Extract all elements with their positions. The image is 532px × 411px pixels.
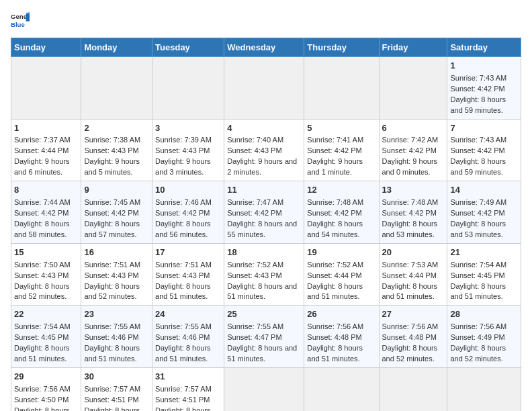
day-number: 15 [14, 246, 78, 259]
col-header-monday: Monday [81, 38, 152, 57]
calendar-cell: 11Sunrise: 7:47 AMSunset: 4:42 PMDayligh… [224, 181, 304, 244]
cell-info: Sunrise: 7:54 AM [14, 322, 78, 332]
cell-info: Sunrise: 7:45 AM [84, 197, 149, 208]
cell-info: Sunrise: 7:41 AM [307, 135, 375, 146]
day-number: 25 [227, 308, 301, 321]
cell-info: Sunset: 4:42 PM [307, 208, 375, 219]
day-number: 5 [307, 122, 375, 135]
day-number: 27 [382, 308, 445, 321]
calendar-cell: 27Sunrise: 7:56 AMSunset: 4:48 PMDayligh… [379, 306, 447, 368]
cell-info: Sunset: 4:43 PM [227, 146, 301, 156]
cell-info: Sunrise: 7:52 AM [307, 260, 375, 271]
cell-info: Sunset: 4:48 PM [382, 332, 445, 343]
calendar-cell [11, 57, 81, 120]
day-number: 22 [14, 308, 78, 321]
calendar-cell: 5Sunrise: 7:41 AMSunset: 4:42 PMDaylight… [304, 119, 379, 181]
calendar-cell: 19Sunrise: 7:52 AMSunset: 4:44 PMDayligh… [304, 243, 379, 306]
calendar-cell [379, 57, 447, 120]
cell-info: Sunrise: 7:43 AM [450, 135, 518, 146]
cell-info: Daylight: 9 hours and 0 minutes. [382, 156, 445, 178]
day-number: 18 [227, 246, 301, 259]
cell-info: Sunset: 4:45 PM [14, 332, 78, 343]
cell-info: Sunrise: 7:38 AM [84, 135, 149, 146]
cell-info: Sunset: 4:43 PM [227, 271, 301, 281]
cell-info: Sunrise: 7:39 AM [155, 135, 221, 146]
calendar-week-row: 22Sunrise: 7:54 AMSunset: 4:45 PMDayligh… [11, 306, 521, 368]
cell-info: Daylight: 8 hours and 51 minutes. [307, 281, 375, 303]
cell-info: Sunset: 4:44 PM [307, 271, 375, 281]
day-number: 9 [84, 184, 149, 197]
calendar-cell: 14Sunrise: 7:49 AMSunset: 4:42 PMDayligh… [447, 181, 521, 244]
calendar-cell: 13Sunrise: 7:48 AMSunset: 4:42 PMDayligh… [379, 181, 447, 244]
cell-info: Sunset: 4:43 PM [14, 271, 78, 281]
cell-info: Daylight: 8 hours and 54 minutes. [155, 406, 221, 411]
calendar-cell: 26Sunrise: 7:56 AMSunset: 4:48 PMDayligh… [304, 306, 379, 368]
calendar-cell [224, 367, 304, 411]
cell-info: Daylight: 8 hours and 52 minutes. [382, 343, 445, 365]
cell-info: Daylight: 8 hours and 54 minutes. [84, 406, 149, 411]
cell-info: Daylight: 8 hours and 59 minutes. [450, 95, 518, 116]
day-number: 2 [84, 122, 149, 135]
day-number: 6 [382, 122, 445, 135]
cell-info: Daylight: 8 hours and 52 minutes. [14, 281, 78, 303]
cell-info: Daylight: 8 hours and 51 minutes. [84, 343, 149, 365]
cell-info: Sunset: 4:49 PM [450, 332, 518, 343]
day-number: 21 [450, 246, 518, 259]
cell-info: Daylight: 8 hours and 53 minutes. [382, 219, 445, 240]
day-number: 11 [227, 184, 301, 197]
calendar-cell [81, 57, 152, 120]
calendar-cell [379, 367, 447, 411]
cell-info: Daylight: 9 hours and 6 minutes. [14, 156, 78, 178]
cell-info: Sunset: 4:43 PM [155, 146, 221, 156]
cell-info: Sunset: 4:42 PM [155, 208, 221, 219]
cell-info: Sunrise: 7:52 AM [227, 260, 301, 271]
cell-info: Sunrise: 7:48 AM [382, 197, 445, 208]
calendar-cell: 18Sunrise: 7:52 AMSunset: 4:43 PMDayligh… [224, 243, 304, 306]
cell-info: Sunset: 4:47 PM [227, 332, 301, 343]
cell-info: Sunset: 4:43 PM [84, 146, 149, 156]
cell-info: Daylight: 8 hours and 55 minutes. [227, 219, 301, 240]
calendar-cell [447, 367, 521, 411]
cell-info: Daylight: 9 hours and 2 minutes. [227, 156, 301, 178]
calendar-week-row: 29Sunrise: 7:56 AMSunset: 4:50 PMDayligh… [11, 367, 521, 411]
col-header-sunday: Sunday [11, 38, 81, 57]
calendar-week-row: 8Sunrise: 7:44 AMSunset: 4:42 PMDaylight… [11, 181, 521, 244]
cell-info: Sunrise: 7:43 AM [450, 73, 518, 84]
cell-info: Daylight: 8 hours and 53 minutes. [450, 219, 518, 240]
cell-info: Daylight: 8 hours and 52 minutes. [450, 343, 518, 365]
day-number: 1 [450, 60, 518, 73]
cell-info: Sunset: 4:43 PM [84, 271, 149, 281]
day-number: 17 [155, 246, 221, 259]
day-number: 24 [155, 308, 221, 321]
calendar-table: SundayMondayTuesdayWednesdayThursdayFrid… [11, 38, 521, 411]
cell-info: Daylight: 9 hours and 1 minute. [307, 156, 375, 178]
cell-info: Sunset: 4:46 PM [84, 332, 149, 343]
calendar-cell: 17Sunrise: 7:51 AMSunset: 4:43 PMDayligh… [152, 243, 224, 306]
cell-info: Sunrise: 7:54 AM [450, 260, 518, 271]
cell-info: Sunrise: 7:56 AM [382, 322, 445, 332]
cell-info: Daylight: 8 hours and 51 minutes. [382, 281, 445, 303]
cell-info: Sunrise: 7:57 AM [155, 384, 221, 395]
svg-text:Blue: Blue [11, 21, 25, 28]
cell-info: Daylight: 9 hours and 5 minutes. [84, 156, 149, 178]
cell-info: Sunrise: 7:56 AM [450, 322, 518, 332]
cell-info: Sunset: 4:42 PM [382, 146, 445, 156]
cell-info: Daylight: 8 hours and 51 minutes. [155, 343, 221, 365]
day-number: 7 [450, 122, 518, 135]
calendar-cell: 7Sunrise: 7:43 AMSunset: 4:42 PMDaylight… [447, 119, 521, 181]
cell-info: Daylight: 8 hours and 51 minutes. [155, 281, 221, 303]
cell-info: Sunset: 4:51 PM [84, 395, 149, 406]
cell-info: Sunrise: 7:55 AM [155, 322, 221, 332]
calendar-cell: 25Sunrise: 7:55 AMSunset: 4:47 PMDayligh… [224, 306, 304, 368]
cell-info: Sunset: 4:44 PM [14, 146, 78, 156]
cell-info: Sunrise: 7:53 AM [382, 260, 445, 271]
day-number: 16 [84, 246, 149, 259]
calendar-cell: 21Sunrise: 7:54 AMSunset: 4:45 PMDayligh… [447, 243, 521, 306]
day-number: 3 [155, 122, 221, 135]
calendar-cell [304, 367, 379, 411]
page-header: General Blue [11, 11, 521, 30]
day-number: 13 [382, 184, 445, 197]
calendar-cell: 8Sunrise: 7:44 AMSunset: 4:42 PMDaylight… [11, 181, 81, 244]
calendar-cell [224, 57, 304, 120]
col-header-friday: Friday [379, 38, 447, 57]
